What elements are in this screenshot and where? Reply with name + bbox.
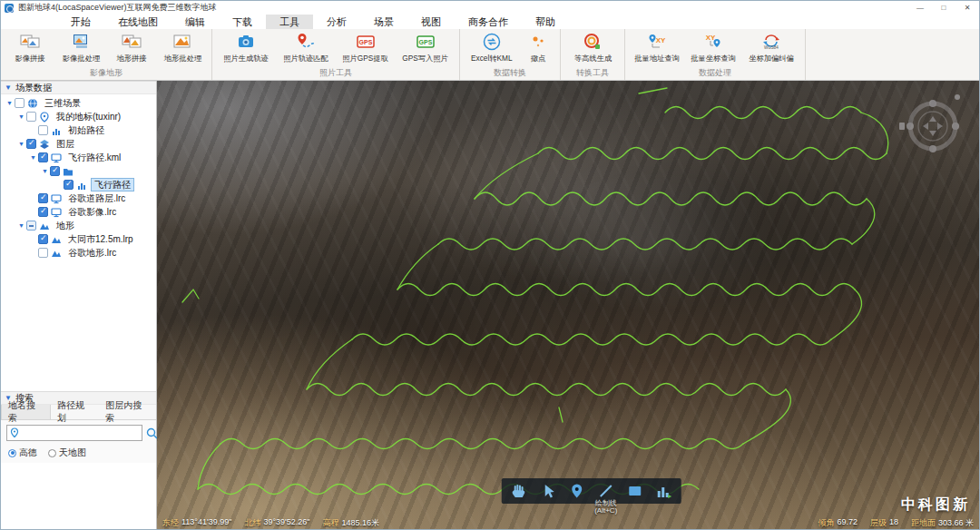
excel-kml-icon xyxy=(482,32,502,52)
contour-generate-button[interactable]: 等高线生成 xyxy=(564,31,621,64)
scene-panel-header[interactable]: ▼ 场景数据 xyxy=(1,81,156,94)
draw-rect-tool-icon[interactable] xyxy=(625,481,645,501)
expand-arrow-icon[interactable]: ▼ xyxy=(16,113,26,120)
profile-chart-tool-icon[interactable] xyxy=(654,481,674,501)
checkbox[interactable] xyxy=(26,112,36,122)
maximize-button[interactable]: □ xyxy=(932,1,956,15)
menu-tab-view[interactable]: 视图 xyxy=(407,15,455,29)
image-batch-button[interactable]: 影像批处理 xyxy=(55,31,106,64)
batch-address-query-button[interactable]: XY 批量地址查询 xyxy=(629,31,685,64)
expand-arrow-icon[interactable]: ▼ xyxy=(40,168,50,174)
gps-write-photo-button[interactable]: GPS GPS写入照片 xyxy=(396,31,456,64)
layer-file-icon xyxy=(51,207,63,218)
checkbox[interactable] xyxy=(38,152,48,162)
watermark: 中科图新 xyxy=(901,496,970,515)
checkbox[interactable] xyxy=(26,139,36,149)
layer-file-icon xyxy=(51,152,63,163)
search-provider-radios: 高德 天地图 xyxy=(1,443,156,463)
svg-text:WGS84: WGS84 xyxy=(764,45,779,50)
tree-row-layers[interactable]: ▼ 图层 xyxy=(1,137,156,151)
tree-row-google-imagery[interactable]: 谷歌影像.lrc xyxy=(1,205,156,219)
ribbon-toolbar: 影像拼接 影像批处理 地形拼接 xyxy=(1,29,979,81)
expand-arrow-icon[interactable]: ▼ xyxy=(16,222,26,229)
tab-route-plan[interactable]: 路径规划 xyxy=(51,405,99,419)
batch-coord-query-button[interactable]: XY 批量坐标查询 xyxy=(685,31,741,64)
map-view[interactable]: 绘制线 (Alt+C) 中科图新 东经113°41'39.99" 北纬39°39… xyxy=(157,81,979,529)
minimize-button[interactable]: — xyxy=(908,1,932,15)
expand-arrow-icon[interactable]: ▼ xyxy=(28,154,38,161)
layer-file-icon xyxy=(51,193,63,204)
draw-line-tooltip: 绘制线 (Alt+C) xyxy=(594,500,617,515)
globe-icon xyxy=(27,98,39,109)
terrain-batch-button[interactable]: 地形批处理 xyxy=(157,31,208,64)
menu-tab-online-map[interactable]: 在线地图 xyxy=(104,15,172,29)
checkbox[interactable] xyxy=(38,248,48,258)
pin-track-icon xyxy=(296,32,316,52)
collapse-triangle-icon: ▼ xyxy=(5,83,12,92)
menu-tab-download[interactable]: 下载 xyxy=(219,15,266,29)
menu-tab-tools[interactable]: 工具 xyxy=(266,15,313,29)
expand-arrow-icon[interactable]: ▼ xyxy=(5,100,15,106)
scatter-points-button[interactable]: 撒点 xyxy=(520,31,556,64)
radio-gaode[interactable]: 高德 xyxy=(8,447,37,459)
status-bar: 东经113°41'39.99" 北纬39°39'52.26" 高程1485.16… xyxy=(157,516,979,529)
status-coordinates: 东经113°41'39.99" 北纬39°39'52.26" 高程1485.16… xyxy=(162,517,379,529)
tree-row-my-placemarks[interactable]: ▼ 我的地标(tuxinr) xyxy=(1,110,156,123)
checkbox[interactable] xyxy=(38,193,48,203)
search-tabs: 地名搜索 路径规划 图层内搜索 xyxy=(1,405,156,420)
tree-row-3d-scene[interactable]: ▼ 三维场景 xyxy=(1,96,156,110)
tree-row-google-terrain[interactable]: 谷歌地形.lrc xyxy=(1,246,156,260)
tree-row-datong-terrain[interactable]: 大同市12.5m.lrp xyxy=(1,232,156,246)
draw-line-tool-icon[interactable]: 绘制线 (Alt+C) xyxy=(596,481,616,501)
radio-tianditu[interactable]: 天地图 xyxy=(48,447,86,459)
path-chart-icon xyxy=(51,125,63,136)
tab-layer-search[interactable]: 图层内搜索 xyxy=(99,405,156,419)
radio-dot-icon xyxy=(8,449,16,457)
menu-tab-analysis[interactable]: 分析 xyxy=(313,15,360,29)
coord-offset-correct-button[interactable]: WGS84 坐标加偏纠偏 xyxy=(741,31,801,64)
ribbon-group-data-convert: Excel转KML 撒点 数据转换 xyxy=(460,29,561,80)
wgs84-offset-icon: WGS84 xyxy=(761,32,781,52)
terrain-stitch-button[interactable]: 地形拼接 xyxy=(106,31,157,64)
folder-icon xyxy=(63,166,74,177)
tree-row-flight-path[interactable]: 飞行路径 xyxy=(1,178,156,191)
pan-tool-icon[interactable] xyxy=(509,481,529,501)
checkbox[interactable] xyxy=(64,180,74,190)
menu-tab-start[interactable]: 开始 xyxy=(57,15,104,29)
ribbon-group-label: 转换工具 xyxy=(564,67,621,80)
close-button[interactable]: ✕ xyxy=(956,1,979,15)
menu-tab-business[interactable]: 商务合作 xyxy=(455,15,522,29)
checkbox[interactable] xyxy=(38,125,48,135)
checkbox[interactable] xyxy=(38,234,48,244)
photo-gps-extract-button[interactable]: GPS 照片GPS提取 xyxy=(336,31,396,64)
placemark-tool-icon[interactable] xyxy=(567,481,587,501)
ribbon-group-label: 影像地形 xyxy=(5,67,208,80)
tab-place-search[interactable]: 地名搜索 xyxy=(1,405,51,419)
layers-icon xyxy=(39,139,51,150)
checkbox[interactable] xyxy=(26,221,36,231)
tree-row-initial-path[interactable]: 初始路径 xyxy=(1,123,156,137)
search-input[interactable] xyxy=(19,428,139,438)
menu-tab-scene[interactable]: 场景 xyxy=(360,15,407,29)
tree-row-terrain-group[interactable]: ▼ 地形 xyxy=(1,219,156,232)
checkbox[interactable] xyxy=(15,98,24,108)
tree-row-folder[interactable]: ▼ xyxy=(1,164,156,178)
excel-to-kml-button[interactable]: Excel转KML xyxy=(464,31,520,64)
select-cursor-icon[interactable] xyxy=(538,481,558,501)
photo-track-match-button[interactable]: 照片轨迹匹配 xyxy=(276,31,336,64)
checkbox[interactable] xyxy=(38,207,48,217)
terrain-icon xyxy=(51,248,63,259)
menu-tab-edit[interactable]: 编辑 xyxy=(172,15,219,29)
ribbon-group-label: 照片工具 xyxy=(216,67,456,80)
image-stitch-icon xyxy=(20,32,40,52)
tree-row-flight-path-kml[interactable]: ▼ 飞行路径.kml xyxy=(1,151,156,164)
tree-row-google-roads[interactable]: 谷歌道路层.lrc xyxy=(1,191,156,205)
photo-to-track-button[interactable]: 照片生成轨迹 xyxy=(216,31,276,64)
navigation-compass[interactable] xyxy=(897,88,968,159)
menu-tab-help[interactable]: 帮助 xyxy=(522,15,569,29)
checkbox[interactable] xyxy=(50,166,60,176)
image-stitch-button[interactable]: 影像拼接 xyxy=(5,31,55,64)
draw-tool-palette: 绘制线 (Alt+C) xyxy=(502,478,681,504)
expand-arrow-icon[interactable]: ▼ xyxy=(16,141,26,147)
terrain-icon xyxy=(51,234,63,245)
